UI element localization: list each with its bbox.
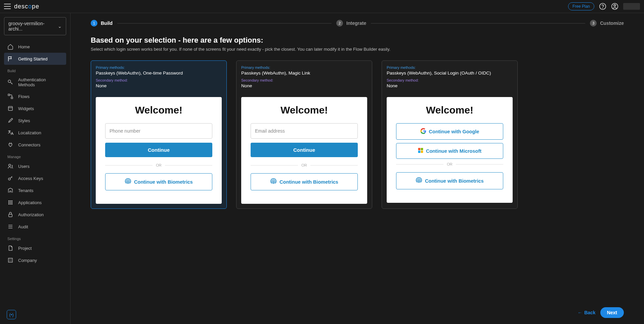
svg-rect-22 [421, 148, 423, 150]
step-customize[interactable]: 3Customize [590, 20, 624, 27]
option-card-3[interactable]: Primary methods: Passkeys (WebAuthn), So… [382, 60, 518, 209]
sidebar-item-authorization[interactable]: Authorization [4, 209, 66, 221]
users-icon [7, 163, 13, 169]
account-icon[interactable] [611, 3, 618, 10]
svg-rect-18 [11, 203, 12, 204]
chat-icon[interactable]: (•) [7, 310, 16, 319]
sidebar-item-applications[interactable]: Applications [4, 196, 66, 209]
primary-methods-label: Primary methods: [96, 65, 222, 70]
secondary-method-label: Secondary method: [241, 78, 367, 82]
sidebar-item-label: Access Keys [18, 176, 43, 181]
key-icon [7, 79, 13, 85]
login-preview: Welcome! Phone number Continue OR Contin… [96, 97, 222, 204]
sidebar-item-company[interactable]: Company [4, 254, 66, 266]
home-icon [7, 44, 13, 50]
svg-rect-21 [418, 148, 421, 150]
sidebar-item-audit[interactable]: Audit [4, 221, 66, 233]
sidebar-item-getting-started[interactable]: Getting Started [4, 53, 66, 65]
option-card-2[interactable]: Primary methods: Passkeys (WebAuthn), Ma… [236, 60, 372, 209]
project-selector[interactable]: groovy-vermilion-archi... ⌄ [4, 17, 66, 35]
sidebar-item-label: Audit [18, 224, 28, 229]
step-integrate[interactable]: 2Integrate [336, 20, 366, 27]
continue-button: Continue [105, 143, 212, 157]
logo: descope [14, 3, 39, 10]
svg-rect-19 [9, 214, 12, 217]
sidebar-item-access-keys[interactable]: Access Keys [4, 172, 66, 184]
sidebar-item-label: Company [18, 258, 37, 263]
secondary-method-value: None [241, 83, 367, 88]
svg-rect-23 [418, 151, 421, 153]
help-icon[interactable] [599, 3, 606, 10]
sidebar-item-label: Connectors [18, 142, 40, 147]
svg-rect-10 [8, 200, 9, 201]
svg-point-8 [9, 164, 11, 166]
svg-rect-20 [8, 258, 12, 262]
primary-methods-label: Primary methods: [387, 65, 513, 70]
svg-point-1 [603, 8, 603, 8]
svg-rect-24 [421, 151, 423, 153]
step-build[interactable]: 1Build [91, 20, 113, 27]
company-icon [7, 257, 13, 263]
svg-rect-12 [11, 200, 12, 201]
login-preview: Welcome! Continue with GoogleContinue wi… [387, 97, 513, 203]
biometrics-button: Continue with Biometrics [105, 173, 212, 190]
content: 1Build2Integrate3Customize Based on your… [71, 13, 644, 324]
sidebar-item-widgets[interactable]: Widgets [4, 102, 66, 114]
flag-icon [7, 56, 13, 62]
biometrics-button: Continue with Biometrics [396, 172, 503, 189]
list-icon [7, 224, 13, 230]
svg-rect-14 [10, 202, 11, 203]
sidebar-item-home[interactable]: Home [4, 41, 66, 53]
sidebar-item-label: Widgets [18, 106, 34, 111]
option-card-1[interactable]: Primary methods: Passkeys (WebAuthn), On… [91, 60, 227, 209]
biometrics-button: Continue with Biometrics [251, 173, 358, 190]
svg-rect-11 [10, 200, 11, 201]
sidebar-item-flows[interactable]: Flows [4, 90, 66, 102]
microsoft-button: Continue with Microsoft [396, 143, 503, 159]
primary-methods-value: Passkeys (WebAuthn), Social Login (OAuth… [387, 71, 513, 76]
microsoft-icon [418, 148, 423, 154]
apps-icon [7, 199, 13, 205]
step-number: 3 [590, 20, 597, 27]
sidebar-item-styles[interactable]: Styles [4, 114, 66, 127]
sidebar-item-authentication-methods[interactable]: Authentication Methods [4, 74, 66, 90]
svg-point-9 [8, 178, 10, 180]
step-number: 1 [91, 20, 97, 27]
preview-input: Phone number [105, 123, 212, 139]
secondary-method-value: None [96, 83, 222, 88]
sidebar-item-label: Tenants [18, 188, 34, 193]
key-round-icon [7, 175, 13, 181]
sidebar-item-tenants[interactable]: Tenants [4, 184, 66, 196]
step-label: Customize [600, 20, 624, 26]
sidebar-item-label: Getting Started [18, 56, 47, 61]
back-button[interactable]: ← Back [577, 310, 595, 315]
primary-methods-value: Passkeys (WebAuthn), Magic Link [241, 71, 367, 76]
page-heading: Based on your selection - here are a few… [91, 36, 624, 45]
sidebar-section-title: Manage [4, 151, 66, 160]
sidebar-item-label: Authorization [18, 212, 44, 217]
free-plan-button[interactable]: Free Plan [568, 2, 594, 10]
welcome-heading: Welcome! [426, 104, 473, 116]
sidebar-item-project[interactable]: Project [4, 242, 66, 254]
sidebar-item-label: Authentication Methods [18, 77, 63, 87]
building-icon [7, 187, 13, 193]
user-label[interactable] [623, 3, 640, 10]
sidebar: groovy-vermilion-archi... ⌄ HomeGetting … [0, 13, 71, 324]
menu-icon[interactable] [4, 4, 11, 9]
sidebar-item-localization[interactable]: Localization [4, 127, 66, 139]
sidebar-item-label: Users [18, 164, 30, 169]
sidebar-item-connectors[interactable]: Connectors [4, 139, 66, 151]
next-button[interactable]: Next [600, 307, 624, 318]
sidebar-item-users[interactable]: Users [4, 160, 66, 172]
welcome-heading: Welcome! [281, 104, 328, 116]
continue-button: Continue [251, 143, 358, 157]
step-label: Build [101, 20, 113, 26]
sidebar-item-label: Localization [18, 130, 41, 135]
fingerprint-icon [416, 177, 422, 185]
google-button: Continue with Google [396, 123, 503, 140]
svg-rect-15 [11, 202, 12, 203]
step-label: Integrate [346, 20, 366, 26]
sidebar-item-label: Project [18, 246, 32, 251]
fingerprint-icon [125, 178, 131, 186]
primary-methods-value: Passkeys (WebAuthn), One-time Password [96, 71, 222, 76]
